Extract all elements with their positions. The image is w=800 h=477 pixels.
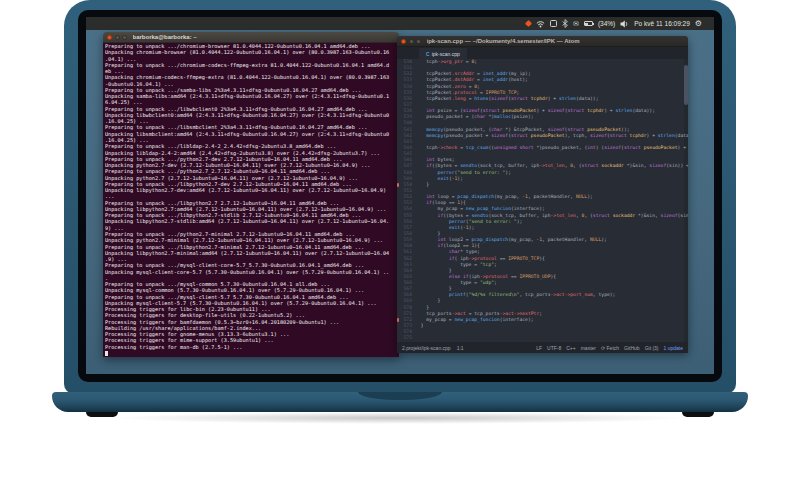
terminal-line: Preparing to unpack .../chromium-codecs-… [105,62,397,68]
maximize-button[interactable] [416,39,421,44]
laptop-mockup: ✉ (34%) Po kvě 11 16:09:29 ⚙ barborka@ba… [0,0,800,477]
atom-title: ipk-scan.cpp — ~/Dokumenty/4.semester/IP… [427,38,580,44]
wifi-icon[interactable] [536,20,545,28]
status-item[interactable]: C++ [566,345,575,351]
status-item[interactable]: UTF-8 [547,345,561,351]
terminal-line: Unpacking libpython2.7-minimal:amd64 (2.… [105,250,397,256]
status-bar: 2.projekt/ipk-scan.cpp 1:1 LFUTF-8C++mas… [397,342,688,353]
bluetooth-icon[interactable] [562,19,568,28]
terminal-line: Unpacking libldap-2.4-2:amd64 (2.4.42+df… [105,150,397,156]
tab-ipk-scan[interactable]: C ipk-scan.cpp [419,48,467,59]
status-item[interactable]: ⟳ Fetch [601,345,619,351]
close-button[interactable] [401,39,406,44]
terminal-titlebar: barborka@barborka: ~ [103,32,399,43]
git-modified-marker [397,318,399,322]
terminal-line: Unpacking samba-libs:amd64 (2:4.3.11+dfs… [105,93,397,99]
minimize-button[interactable] [409,39,414,44]
battery-icon[interactable] [584,21,593,26]
atom-window: ipk-scan.cpp — ~/Dokumenty/4.semester/IP… [397,36,688,352]
terminal-line: Preparing to unpack .../libsmbclient_2%3… [105,124,397,130]
close-button[interactable] [107,35,112,40]
maximize-button[interactable] [122,35,127,40]
terminal-line: Preparing to unpack .../mysql-client-cor… [105,262,397,268]
terminal-line: Unpacking libpython2.7-dev:amd64 (2.7.12… [105,187,397,193]
terminal-line: Preparing to unpack .../libpython2.7-min… [105,244,397,250]
terminal-cursor [105,351,108,356]
keyboard-layout-icon[interactable] [550,20,557,27]
terminal-window: barborka@barborka: ~ Preparing to unpack… [103,32,399,357]
desktop: ✉ (34%) Po kvě 11 16:09:29 ⚙ barborka@ba… [86,17,714,374]
terminal-output[interactable]: Preparing to unpack .../chromium-browser… [103,43,399,357]
terminal-line: Unpacking chromium-browser (81.0.4044.12… [105,49,397,55]
tab-label: ipk-scan.cpp [432,51,460,57]
status-item[interactable]: LF [536,345,542,351]
terminal-line: Unpacking libpython2.7-stdlib:amd64 (2.7… [105,218,397,224]
status-update-badge[interactable]: 1 update [664,345,683,351]
status-file-path[interactable]: 2.projekt/ipk-scan.cpp [402,345,451,351]
terminal-line: Unpacking python2.7-minimal (2.7.12-1ubu… [105,237,397,243]
terminal-line: Preparing to unpack .../libwbclient0_2%3… [105,106,397,112]
atom-titlebar: ipk-scan.cpp — ~/Dokumenty/4.semester/IP… [397,36,688,47]
git-modified-marker [397,183,399,187]
session-gear-icon[interactable]: ⚙ [695,20,702,28]
status-cursor-position[interactable]: 1:1 [457,345,464,351]
status-item[interactable]: GitHub [624,345,640,351]
terminal-line: Unpacking mysql-common (5.7.30-0ubuntu0.… [105,287,397,293]
laptop-shadow [110,412,690,424]
volume-icon[interactable] [620,20,629,28]
tab-bar: C ipk-scan.cpp [397,47,688,59]
terminal-line: Unpacking libsmbclient:amd64 (2:4.3.11+d… [105,131,397,137]
code-line: 575 [397,335,688,341]
status-item[interactable]: Git (3) [645,345,659,351]
terminal-title: barborka@barborka: ~ [133,34,197,40]
status-item[interactable]: master [581,345,596,351]
cpp-file-icon: C [426,51,430,57]
terminal-line: Unpacking libwbclient0:amd64 (2:4.3.11+d… [105,112,397,118]
clock[interactable]: Po kvě 11 16:09:29 [634,20,690,27]
terminal-line: Unpacking python2.7 (2.7.12-1ubuntu0~16.… [105,175,397,181]
minimize-button[interactable] [115,35,120,40]
software-updater-icon[interactable] [525,20,532,27]
terminal-line: Unpacking mysql-client-core-5.7 (5.7.30-… [105,269,397,275]
code-editor[interactable]: 530 tcph->urg_ptr = 0;531532 tcpPacket.s… [397,59,688,342]
terminal-cursor-line [105,350,397,356]
line-number: 575 [397,335,415,341]
battery-percentage: (34%) [598,20,615,27]
mail-icon[interactable]: ✉ [573,20,579,27]
top-panel: ✉ (34%) Po kvě 11 16:09:29 ⚙ [86,17,714,30]
terminal-line: Unpacking chromium-codecs-ffmpeg-extra (… [105,74,397,80]
